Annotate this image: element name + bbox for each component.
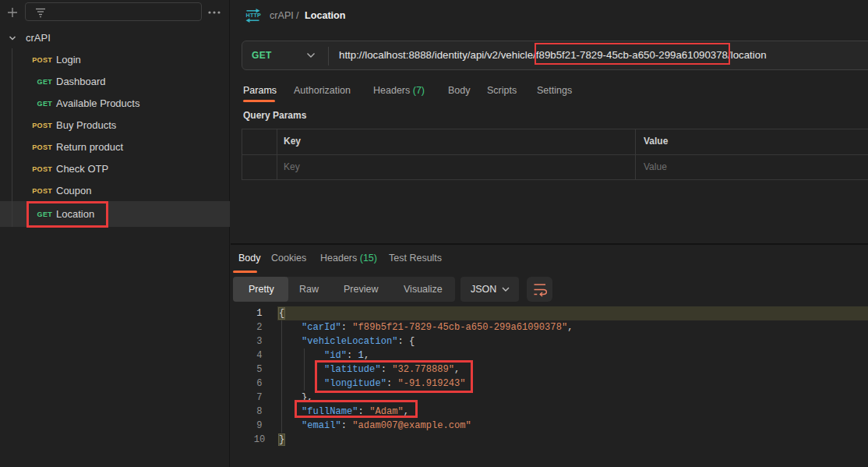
svg-text:HTTP: HTTP <box>246 12 262 19</box>
